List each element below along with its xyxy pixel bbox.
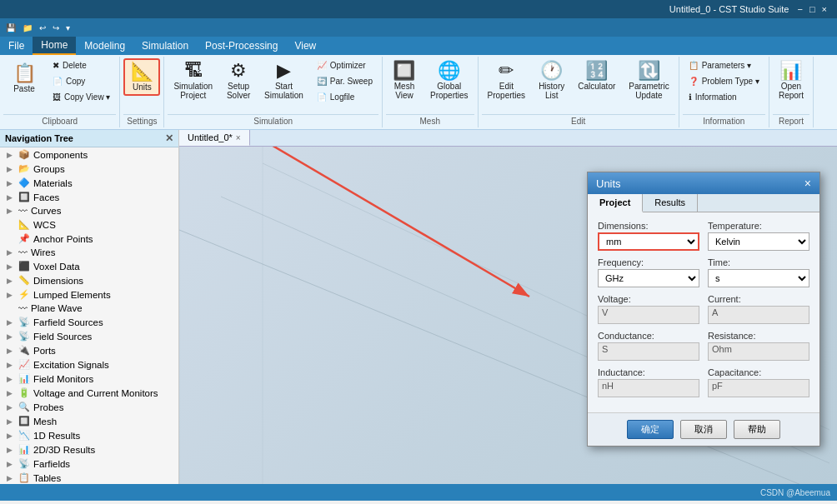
cancel-btn[interactable]: 取消 xyxy=(680,420,727,439)
nav-item-dimensions[interactable]: ▶📏Dimensions xyxy=(0,273,178,287)
start-sim-icon: ▶ xyxy=(277,62,291,80)
minimize-btn[interactable]: − xyxy=(794,4,805,14)
start-simulation-btn[interactable]: ▶ StartSimulation xyxy=(258,58,309,103)
nav-item-anchor-points[interactable]: 📌Anchor Points xyxy=(0,232,178,246)
nav-item-farfield-sources[interactable]: ▶📡Farfield Sources xyxy=(0,315,178,329)
nav-item-materials[interactable]: ▶🔷Materials xyxy=(0,176,178,190)
nav-item-lumped-elements[interactable]: ▶⚡Lumped Elements xyxy=(0,287,178,302)
open-quick-btn[interactable]: 📁 xyxy=(20,22,35,33)
nav-item-voxel-data[interactable]: ▶⬛Voxel Data xyxy=(0,259,178,273)
nav-item-2d3d-results[interactable]: ▶📊2D/3D Results xyxy=(0,442,178,457)
copy-icon: 📄 xyxy=(53,77,63,86)
close-btn[interactable]: × xyxy=(819,4,830,14)
delete-icon: ✖ xyxy=(53,61,59,70)
dialog-close-btn[interactable]: × xyxy=(804,177,811,190)
menu-postprocessing[interactable]: Post-Processing xyxy=(197,37,286,55)
viewport-3d: Units × Project Results Dimensions: xyxy=(179,147,837,484)
nav-item-groups[interactable]: ▶📂Groups xyxy=(0,162,178,176)
information-btn[interactable]: ℹ Information xyxy=(683,90,743,104)
nav-item-field-monitors[interactable]: ▶📊Field Monitors xyxy=(0,372,178,386)
parameters-btn[interactable]: 📋 Parameters ▾ xyxy=(683,58,757,72)
nav-item-faces[interactable]: ▶🔲Faces xyxy=(0,190,178,204)
temperature-select[interactable]: Kelvin Celsius Fahrenheit xyxy=(708,232,809,251)
form-field-frequency: Frequency: GHz MHz kHz Hz xyxy=(598,257,699,287)
form-row-voltage-current: Voltage: V Current: A xyxy=(598,294,809,324)
nav-item-mesh[interactable]: ▶🔲Mesh xyxy=(0,414,178,428)
menu-view[interactable]: View xyxy=(286,37,324,55)
simulation-project-btn[interactable]: 🏗 SimulationProject xyxy=(168,58,218,103)
dimensions-select[interactable]: mm cm m in xyxy=(598,232,699,251)
dialog-title-bar: Units × xyxy=(588,172,819,194)
form-field-time: Time: s ms us ns xyxy=(708,257,809,287)
dialog-tabs: Project Results xyxy=(588,194,819,212)
nav-item-tables[interactable]: ▶📋Tables xyxy=(0,471,178,484)
dialog-tab-project[interactable]: Project xyxy=(588,194,643,212)
quickaccess-more-btn[interactable]: ▾ xyxy=(63,22,73,33)
sidebar-close-btn[interactable]: ✕ xyxy=(165,132,173,144)
nav-item-voltage-current-monitors[interactable]: ▶🔋Voltage and Current Monitors xyxy=(0,386,178,400)
current-value: A xyxy=(708,306,809,324)
menu-file[interactable]: File xyxy=(0,37,33,55)
nav-item-ports[interactable]: ▶🔌Ports xyxy=(0,343,178,357)
ribbon: 📋 Paste ✖ Delete 📄 Copy 🖼 Copy View ▾ Cl… xyxy=(0,55,837,130)
nav-item-wires[interactable]: ▶〰Wires xyxy=(0,246,178,259)
par-sweep-btn[interactable]: 🔄 Par. Sweep xyxy=(311,74,378,88)
tab-untitled0[interactable]: Untitled_0* × xyxy=(179,130,250,146)
setup-solver-btn[interactable]: ⚙ SetupSolver xyxy=(220,58,257,103)
global-properties-btn[interactable]: 🌐 GlobalProperties xyxy=(424,58,474,103)
nav-item-1d-results[interactable]: ▶📉1D Results xyxy=(0,428,178,442)
nav-item-wcs[interactable]: 📐WCS xyxy=(0,217,178,232)
copy-btn[interactable]: 📄 Copy xyxy=(47,74,91,88)
content-area: Untitled_0* × xyxy=(179,130,837,484)
calc-icon: 🔢 xyxy=(585,62,608,80)
calculator-btn[interactable]: 🔢 Calculator xyxy=(572,58,621,94)
dialog-body: Dimensions: mm cm m in Temperature: xyxy=(588,212,819,412)
quick-access-toolbar: 💾 📁 ↩ ↪ ▾ xyxy=(0,18,837,37)
copy-view-btn[interactable]: 🖼 Copy View ▾ xyxy=(47,90,116,104)
sidebar-header: Navigation Tree ✕ xyxy=(0,130,178,147)
edit-properties-btn[interactable]: ✏ EditProperties xyxy=(482,58,532,103)
nav-item-plane-wave[interactable]: 〰Plane Wave xyxy=(0,302,178,315)
mesh-view-btn[interactable]: 🔲 MeshView xyxy=(386,58,423,103)
history-list-btn[interactable]: 🕐 HistoryList xyxy=(533,58,570,103)
history-icon: 🕐 xyxy=(540,62,563,80)
units-dialog: Units × Project Results Dimensions: xyxy=(587,172,820,447)
help-btn[interactable]: 帮助 xyxy=(734,420,780,439)
nav-item-curves[interactable]: ▶〰Curves xyxy=(0,204,178,217)
ok-btn[interactable]: 确定 xyxy=(627,420,674,439)
ribbon-group-information: 📋 Parameters ▾ ❓ Problem Type ▾ ℹ Inform… xyxy=(679,57,769,127)
form-field-voltage: Voltage: V xyxy=(598,294,699,324)
redo-btn[interactable]: ↪ xyxy=(50,22,62,33)
nav-item-probes[interactable]: ▶🔍Probes xyxy=(0,400,178,414)
problem-type-btn[interactable]: ❓ Problem Type ▾ xyxy=(683,74,765,88)
nav-item-components[interactable]: ▶📦Components xyxy=(0,147,178,162)
edit-prop-icon: ✏ xyxy=(499,62,514,80)
units-btn[interactable]: 📐 Units xyxy=(123,58,160,96)
save-quick-btn[interactable]: 💾 xyxy=(3,22,18,33)
frequency-select[interactable]: GHz MHz kHz Hz xyxy=(598,269,699,287)
watermark: CSDN @Abeemua xyxy=(760,488,830,497)
ribbon-group-edit: ✏ EditProperties 🕐 HistoryList 🔢 Calcula… xyxy=(479,57,679,127)
maximize-btn[interactable]: □ xyxy=(806,4,819,14)
tab-close-btn[interactable]: × xyxy=(236,133,241,142)
mesh-view-icon: 🔲 xyxy=(393,62,415,80)
undo-btn[interactable]: ↩ xyxy=(37,22,48,33)
resistance-value: Ohm xyxy=(708,342,809,361)
optimizer-btn[interactable]: 📈 Optimizer xyxy=(311,58,372,72)
paste-btn[interactable]: 📋 Paste xyxy=(3,58,45,99)
voltage-label: Voltage: xyxy=(598,294,699,304)
delete-btn[interactable]: ✖ Delete xyxy=(47,58,93,72)
parametric-update-btn[interactable]: 🔃 ParametricUpdate xyxy=(623,58,674,103)
nav-item-excitation-signals[interactable]: ▶📈Excitation Signals xyxy=(0,357,178,372)
form-field-capacitance: Capacitance: pF xyxy=(708,367,809,397)
nav-item-field-sources[interactable]: ▶📡Field Sources xyxy=(0,329,178,343)
inductance-label: Inductance: xyxy=(598,367,699,377)
logfile-btn[interactable]: 📄 Logfile xyxy=(311,90,360,104)
time-select[interactable]: s ms us ns xyxy=(708,269,809,287)
dialog-tab-results[interactable]: Results xyxy=(643,194,698,212)
menu-simulation[interactable]: Simulation xyxy=(133,37,197,55)
open-report-btn[interactable]: 📊 OpenReport xyxy=(773,58,809,103)
menu-home[interactable]: Home xyxy=(33,37,76,55)
menu-modeling[interactable]: Modeling xyxy=(76,37,133,55)
nav-item-farfields[interactable]: ▶📡Farfields xyxy=(0,457,178,471)
